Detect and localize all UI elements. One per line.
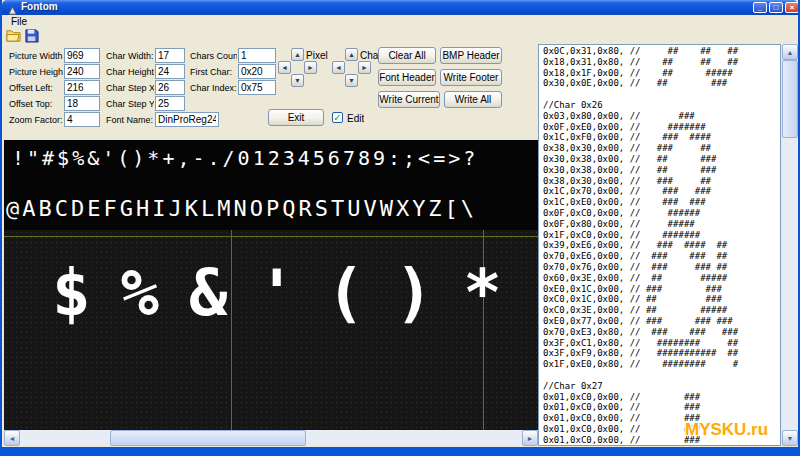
hex-output-panel[interactable]: 0x0C,0x31,0x80, // ## ## ## 0x18,0x31,0x… xyxy=(538,44,781,446)
output-vertical-scrollbar[interactable]: ▲ ▼ xyxy=(782,44,798,446)
char-up-button[interactable]: ▲ xyxy=(345,48,358,61)
arrow-down-icon: ▼ xyxy=(294,77,301,84)
char-step-x-field[interactable] xyxy=(155,80,185,95)
char-index-field[interactable] xyxy=(238,80,276,95)
char-height-label: Char Height: xyxy=(106,67,154,77)
offset-top-label: Offset Top: xyxy=(9,99,63,109)
menu-bar: File xyxy=(2,15,798,29)
arrow-up-icon: ▲ xyxy=(787,49,794,56)
offset-left-field[interactable] xyxy=(64,80,100,95)
edit-checkbox-label: Edit xyxy=(347,113,364,124)
font-header-button[interactable]: Font Header xyxy=(378,69,436,86)
pixel-up-button[interactable]: ▲ xyxy=(291,48,304,61)
arrow-right-icon: ► xyxy=(307,64,314,71)
first-char-field[interactable] xyxy=(238,64,276,79)
maximize-button[interactable]: □ xyxy=(769,2,783,13)
char-step-y-label: Char Step Y: xyxy=(106,99,154,109)
save-icon[interactable] xyxy=(24,28,39,43)
scroll-right-button[interactable]: ► xyxy=(522,430,538,446)
arrow-left-icon: ◄ xyxy=(9,435,16,442)
horizontal-scroll-thumb[interactable] xyxy=(110,430,306,446)
char-width-field[interactable] xyxy=(155,48,185,63)
char-right-button[interactable]: ► xyxy=(358,61,371,74)
char-width-label: Char Width: xyxy=(106,51,154,61)
font-name-field[interactable] xyxy=(155,112,219,127)
close-button[interactable]: × xyxy=(785,2,799,13)
arrow-up-icon: ▲ xyxy=(294,51,301,58)
window-title: Fontom xyxy=(21,1,58,12)
char-row-guide-line xyxy=(4,236,538,237)
scroll-up-button[interactable]: ▲ xyxy=(782,44,798,60)
hex-output-text[interactable]: 0x0C,0x31,0x80, // ## ## ## 0x18,0x31,0x… xyxy=(539,45,780,445)
char-height-field[interactable] xyxy=(155,64,185,79)
font-name-label: Font Name: xyxy=(106,115,154,125)
arrow-left-icon: ◄ xyxy=(281,64,288,71)
exit-button[interactable]: Exit xyxy=(268,109,324,126)
pixel-pad-label: Pixel xyxy=(306,50,328,61)
char-down-button[interactable]: ▼ xyxy=(345,74,358,87)
char-left-button[interactable]: ◄ xyxy=(332,61,345,74)
zoom-factor-field[interactable] xyxy=(64,112,100,127)
chars-count-field[interactable] xyxy=(238,48,276,63)
arrow-up-icon: ▲ xyxy=(348,51,355,58)
open-icon[interactable] xyxy=(6,28,21,43)
pixel-right-button[interactable]: ► xyxy=(304,61,317,74)
first-char-label: First Char: xyxy=(190,67,237,77)
clear-all-button[interactable]: Clear All xyxy=(378,47,436,64)
zoom-factor-label: Zoom Factor: xyxy=(9,115,63,125)
preview-row-2: @ABCDEFGHIJKLMNOPQRSTUVWXYZ[\ xyxy=(6,196,477,221)
minimize-button[interactable]: _ xyxy=(753,2,767,13)
editor-glyphs: $%&'()* xyxy=(52,256,532,330)
pixel-down-button[interactable]: ▼ xyxy=(291,74,304,87)
pixel-left-button[interactable]: ◄ xyxy=(278,61,291,74)
scroll-down-button[interactable]: ▼ xyxy=(782,430,798,446)
pixel-editor-canvas[interactable]: $%&'()* xyxy=(4,230,538,430)
write-current-button[interactable]: Write Current xyxy=(378,91,440,108)
picture-height-field[interactable] xyxy=(64,64,100,79)
picture-width-label: Picture Width: xyxy=(9,51,63,61)
menu-file[interactable]: File xyxy=(5,15,33,28)
bmp-header-button[interactable]: BMP Header xyxy=(440,47,502,64)
chars-count-label: Chars Count: xyxy=(190,51,237,61)
check-icon: ✓ xyxy=(333,113,341,123)
arrow-right-icon: ► xyxy=(527,435,534,442)
arrow-down-icon: ▼ xyxy=(348,77,355,84)
edit-checkbox[interactable]: ✓ xyxy=(332,112,343,123)
font-preview-strip: !"#$%&'()*+,-./0123456789:;<=>? @ABCDEFG… xyxy=(4,140,538,230)
preview-row-1: !"#$%&'()*+,-./0123456789:;<=>? xyxy=(12,146,478,170)
arrow-down-icon: ▼ xyxy=(787,435,794,442)
picture-height-label: Picture Height: xyxy=(9,67,63,77)
offset-left-label: Offset Left: xyxy=(9,83,63,93)
editor-horizontal-scrollbar[interactable]: ◄ ► xyxy=(4,430,538,446)
app-icon xyxy=(7,2,18,13)
offset-top-field[interactable] xyxy=(64,96,100,111)
app-window: Fontom _ □ × File Picture Width: Picture… xyxy=(0,0,800,456)
char-index-label: Char Index: xyxy=(190,83,237,93)
arrow-left-icon: ◄ xyxy=(335,64,342,71)
toolbar xyxy=(2,28,798,44)
watermark: MYSKU.ru xyxy=(685,420,768,440)
char-step-y-field[interactable] xyxy=(155,96,185,111)
scroll-left-button[interactable]: ◄ xyxy=(4,430,20,446)
char-step-x-label: Char Step X: xyxy=(106,83,154,93)
write-footer-button[interactable]: Write Footer xyxy=(440,69,502,86)
write-all-button[interactable]: Write All xyxy=(444,91,502,108)
picture-width-field[interactable] xyxy=(64,48,100,63)
title-bar[interactable]: Fontom _ □ × xyxy=(2,0,798,15)
vertical-scroll-thumb[interactable] xyxy=(782,60,798,138)
arrow-right-icon: ► xyxy=(361,64,368,71)
